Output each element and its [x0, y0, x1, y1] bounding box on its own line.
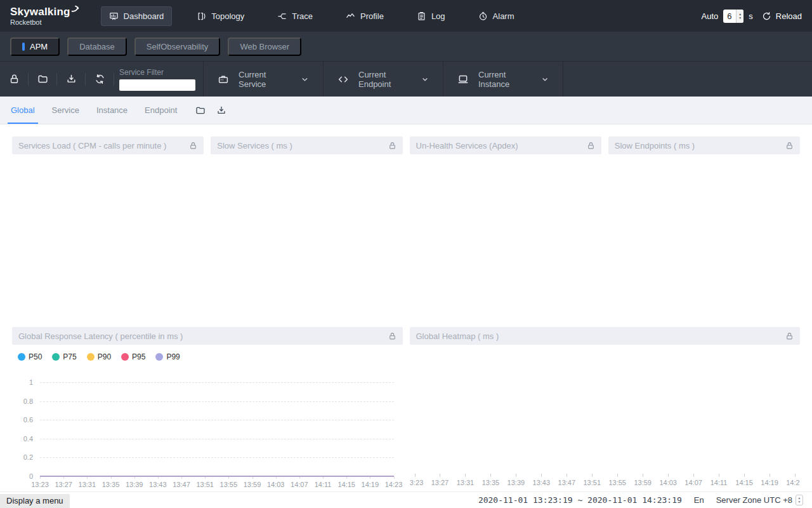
gridline — [40, 457, 394, 458]
legend-item-p90[interactable]: P90 — [87, 352, 111, 361]
panel-title: Global Response Latency ( percentile in … — [18, 331, 183, 341]
dashboard-content: Services Load ( CPM - calls per minute )… — [0, 124, 812, 491]
gridline — [40, 382, 394, 383]
server-zone-control[interactable]: Server Zone UTC +8 ▲▼ — [716, 495, 803, 505]
x-tick-label: 13:59 — [244, 481, 261, 488]
tab-instance[interactable]: Instance — [96, 97, 128, 124]
auto-label: Auto — [702, 11, 719, 21]
x-tick-label: 14:19 — [761, 479, 778, 486]
panel-global-heatmap: Global Heatmap ( ms ) 13:23 13:27 13:31 … — [410, 327, 801, 490]
refresh-button[interactable] — [86, 74, 114, 84]
x-tick-label: 14:23 — [385, 481, 403, 488]
tab-global[interactable]: Global — [11, 97, 35, 124]
active-indicator — [22, 43, 25, 51]
top-navbar: Skywalking Rocketbot Dashboard Topology — [0, 0, 812, 32]
legend-label: P75 — [63, 352, 76, 361]
legend-item-p75[interactable]: P75 — [52, 352, 76, 361]
lock-icon[interactable] — [785, 142, 794, 150]
group-tab-database[interactable]: Database — [67, 37, 127, 56]
legend-item-p95[interactable]: P95 — [121, 352, 145, 361]
panel-header: Un-Health Services (Apdex) — [410, 137, 601, 154]
folder-icon — [37, 74, 48, 84]
nav-item-log[interactable]: Log — [409, 6, 454, 26]
lock-icon[interactable] — [388, 332, 396, 340]
legend-dot — [121, 353, 129, 361]
app-logo[interactable]: Skywalking Rocketbot — [10, 6, 79, 26]
x-tick-label: 13:27 — [431, 479, 449, 486]
lock-icon[interactable] — [388, 142, 396, 150]
x-tick-label: 13:55 — [220, 481, 238, 488]
current-instance-selector[interactable]: Current Instance — [443, 62, 563, 97]
topology-icon — [197, 11, 206, 21]
folder-button[interactable] — [29, 74, 56, 84]
alarm-icon — [478, 11, 488, 21]
nav-item-profile[interactable]: Profile — [337, 6, 392, 26]
y-tick-label: 0.4 — [23, 435, 33, 443]
x-axis-ticks — [415, 474, 796, 477]
nav-label: Log — [431, 11, 445, 21]
legend-dot — [18, 353, 25, 361]
lock-button[interactable] — [0, 74, 28, 84]
language-switcher[interactable]: En — [694, 495, 704, 505]
status-hint: Display a menu — [0, 494, 70, 508]
panel-header: Slow Services ( ms ) — [211, 137, 402, 154]
nav-item-topology[interactable]: Topology — [188, 6, 252, 26]
current-service-label: Current Service — [239, 70, 291, 89]
import-button[interactable] — [57, 74, 85, 84]
main-nav: Dashboard Topology Trace Profile — [101, 6, 523, 26]
tab-service[interactable]: Service — [52, 97, 79, 124]
number-spinner[interactable]: ▲▼ — [736, 10, 743, 23]
x-tick-label: 13:47 — [173, 481, 190, 488]
lock-icon[interactable] — [785, 332, 794, 340]
logo-title: Skywalking — [10, 6, 70, 18]
group-tab-selfobservability[interactable]: SelfObservability — [134, 37, 221, 56]
y-axis-labels: 1 0.8 0.6 0.4 0.2 0 — [12, 382, 40, 476]
legend-label: P95 — [132, 352, 145, 361]
auto-interval-input[interactable]: ▲▼ — [723, 10, 743, 23]
group-tab-label: Database — [79, 42, 115, 51]
nav-item-alarm[interactable]: Alarm — [470, 6, 523, 26]
current-service-selector[interactable]: Current Service — [204, 62, 323, 97]
time-range-picker[interactable]: 2020-11-01 13:23:19 ~ 2020-11-01 14:23:1… — [478, 495, 682, 505]
panel-services-load: Services Load ( CPM - calls per minute ) — [12, 137, 204, 318]
service-filter-input[interactable] — [119, 79, 195, 91]
instance-icon — [457, 74, 469, 85]
reload-button[interactable]: Reload — [762, 11, 802, 21]
spinner-down-icon: ▼ — [738, 17, 742, 20]
auto-interval-value[interactable] — [723, 10, 736, 23]
nav-item-dashboard[interactable]: Dashboard — [101, 6, 173, 26]
lock-icon[interactable] — [587, 142, 595, 150]
toolbar-divider — [114, 73, 114, 86]
scope-tools — [195, 105, 226, 116]
auto-reload-controls: Auto ▲▼ s Reload — [702, 10, 802, 23]
latency-plot-area: 1 0.8 0.6 0.4 0.2 0 — [12, 382, 403, 476]
zone-stepper[interactable]: ▲▼ — [796, 495, 803, 505]
toolbar-section-divider — [563, 62, 563, 97]
logo-subtitle: Rocketbot — [10, 18, 79, 26]
import-icon — [66, 74, 77, 84]
x-tick-label: 13:55 — [608, 479, 626, 486]
panel-row-top: Services Load ( CPM - calls per minute )… — [12, 137, 800, 318]
gridline — [40, 420, 394, 420]
group-tab-web-browser[interactable]: Web Browser — [228, 37, 301, 56]
download-icon[interactable] — [216, 105, 226, 116]
y-tick-label: 0 — [29, 472, 33, 480]
x-tick-label: 13:39 — [508, 479, 525, 486]
y-tick-label: 1 — [29, 378, 33, 386]
scope-tab-bar: Global Service Instance Endpoint — [0, 97, 812, 124]
dashboard-toolbar: Service Filter Current Service Current E… — [0, 61, 812, 97]
nav-label: Alarm — [493, 11, 514, 21]
folder-icon[interactable] — [195, 105, 206, 116]
latency-chart: P50 P75 P90 P95 P99 1 0.8 0.6 0.4 0.2 — [12, 345, 403, 490]
group-tab-apm[interactable]: APM — [10, 37, 60, 56]
x-tick-label: 13:31 — [457, 479, 475, 486]
spinner-down-icon: ▼ — [798, 500, 801, 504]
panel-unhealth-services: Un-Health Services (Apdex) — [410, 137, 601, 318]
nav-item-trace[interactable]: Trace — [269, 6, 321, 26]
lock-icon[interactable] — [189, 142, 197, 150]
reload-label: Reload — [776, 11, 802, 21]
legend-item-p99[interactable]: P99 — [155, 352, 180, 361]
legend-item-p50[interactable]: P50 — [18, 352, 42, 361]
current-endpoint-selector[interactable]: Current Endpoint — [324, 62, 443, 97]
tab-endpoint[interactable]: Endpoint — [145, 97, 177, 124]
